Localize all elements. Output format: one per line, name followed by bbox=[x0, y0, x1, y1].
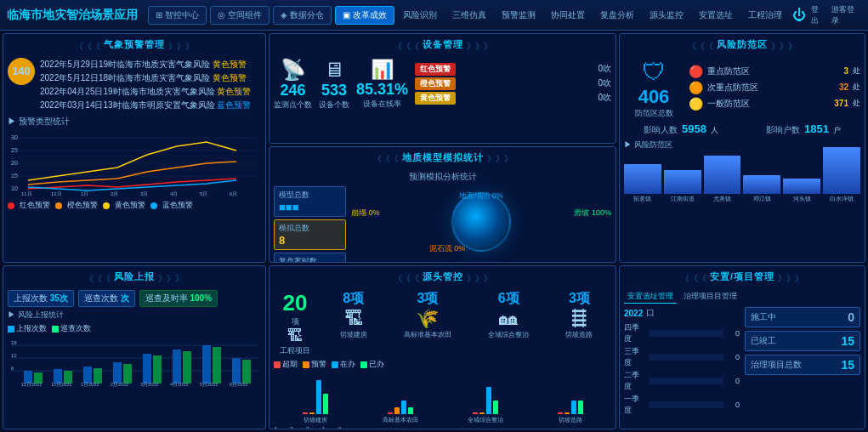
bar-0-2 bbox=[316, 380, 321, 414]
nav-tab-xietong[interactable]: 协同处置 bbox=[546, 8, 590, 23]
settle-cards: 施工中 0 已竣工 15 治理项目总数 15 bbox=[745, 307, 860, 416]
nav-tab-gongcheng[interactable]: 工程治理 bbox=[743, 8, 787, 23]
report-chart: 18 12 6 11月2021 12月2021 1月2022 2月2022 3月… bbox=[8, 337, 261, 388]
svg-rect-26 bbox=[202, 345, 211, 384]
source-control-title: 源头管控 bbox=[423, 270, 463, 283]
source-items: 8项 🏗 切坡建房 3项 🌾 高标准基本农田 6项 🏘 全域综合整治 3项 🛤 bbox=[321, 290, 611, 339]
svg-text:1月2022: 1月2022 bbox=[81, 382, 99, 387]
risk-bar-1 bbox=[624, 164, 661, 194]
svg-rect-35 bbox=[242, 360, 251, 384]
login-label[interactable]: 游客登录 bbox=[831, 4, 861, 26]
legend-patrol: 巡查次数 bbox=[52, 323, 91, 334]
source-item-2: 6项 🏘 全域综合整治 bbox=[488, 290, 529, 339]
geo-model-title: 地质模型模拟统计 bbox=[402, 151, 484, 164]
quarter-4: 四季度 0 bbox=[624, 322, 740, 344]
risk-bar-col-6: 白水洋镇 bbox=[823, 147, 860, 203]
src-bars-3 bbox=[558, 401, 583, 414]
nav-tab-yujing[interactable]: 预警监测 bbox=[496, 8, 541, 23]
equipment-stats: 📡 246 监测点个数 🖥 533 设备个数 📊 85.31% 设备在线率 红色 bbox=[274, 58, 611, 111]
src-group-3: 切坡造路 bbox=[529, 401, 611, 424]
risk-total: 406 bbox=[624, 86, 684, 108]
svg-rect-34 bbox=[213, 347, 221, 384]
weather-chart: 30 25 20 15 10 11月 12月 1月 2月 3月 4月 bbox=[8, 129, 261, 197]
equipment-panel: 《《《 设备管理 》》》 📡 246 监测点个数 🖥 533 设备个数 📊 85… bbox=[269, 33, 616, 144]
device-icon: 🖥 bbox=[319, 58, 349, 82]
nav-tab-anzhi[interactable]: 安置选址 bbox=[694, 8, 738, 23]
top-nav: 临海市地灾智治场景应用 ⊞ 智控中心 ◎ 空间组件 ◈ 数据分仓 ▣ 改革成效 … bbox=[0, 0, 868, 31]
svg-text:3月: 3月 bbox=[140, 191, 148, 196]
svg-text:3月2022: 3月2022 bbox=[140, 382, 158, 387]
bar-2-0 bbox=[473, 412, 478, 414]
monitor-label: 监测点个数 bbox=[274, 99, 312, 111]
nav-btn-zhihui[interactable]: ⊞ 智控中心 bbox=[148, 6, 207, 25]
equip-stat-rate: 📊 85.31% 设备在线率 bbox=[356, 59, 408, 110]
svg-rect-33 bbox=[183, 351, 191, 384]
alert-4: 2022年03月14日13时临海市明原安置气象风险 蓝色预警 bbox=[40, 99, 261, 112]
weather-alerts: 140 2022年5月29日19时临海市地质灾害气象风险 黄色预警 2022年5… bbox=[8, 58, 261, 112]
risk-bar-col-3: 尤美镇 bbox=[704, 156, 741, 203]
svg-text:4月: 4月 bbox=[170, 191, 178, 196]
alert-tag-red: 红色预警 bbox=[415, 63, 456, 76]
source-top: 20 项 🏗 工程项目 8项 🏗 切坡建房 3项 🌾 高标准基本农田 6项 bbox=[274, 290, 611, 356]
nav-btn-kongjian[interactable]: ◎ 空间组件 bbox=[210, 6, 269, 25]
risk-zone-summary: 🛡 406 防范区总数 🔴 重点防范区 3 处 🟠 次重点防范区 32 处 bbox=[624, 58, 860, 119]
settle-tab-location[interactable]: 安置选址管理 bbox=[624, 290, 677, 304]
geo-label-nishiliu: 泥石流 0% bbox=[429, 243, 466, 254]
svg-text:6月: 6月 bbox=[230, 191, 237, 196]
geo-label-bengta: 崩塌 0% bbox=[351, 207, 380, 219]
risk-row-2: 🟠 次重点防范区 32 处 bbox=[689, 81, 860, 94]
impact-people: 影响人数 5958 人 bbox=[624, 122, 738, 136]
nav-tab-fengxian[interactable]: 风险识别 bbox=[398, 8, 442, 23]
src-bars-1 bbox=[388, 401, 413, 414]
equipment-title: 设备管理 bbox=[423, 38, 463, 51]
src-group-1: 高标基本农田 bbox=[359, 401, 441, 424]
nav-tab-fupan[interactable]: 复盘分析 bbox=[595, 8, 639, 23]
kongjian-icon: ◎ bbox=[218, 10, 225, 20]
svg-text:5月2022: 5月2022 bbox=[200, 382, 218, 387]
legend-warning: 预警 bbox=[303, 359, 326, 370]
source-item-1-num: 3项 bbox=[404, 290, 451, 308]
settle-tab-project[interactable]: 治理项目目管理 bbox=[680, 290, 740, 304]
device-num: 533 bbox=[319, 82, 349, 99]
source-total-num: 20 bbox=[274, 290, 316, 316]
power-icon[interactable]: ⏻ bbox=[792, 8, 806, 23]
svg-rect-27 bbox=[232, 358, 241, 384]
report-subtitle: ▶ 风险上报统计 bbox=[8, 310, 261, 321]
svg-text:30: 30 bbox=[11, 134, 18, 140]
svg-text:1月: 1月 bbox=[81, 191, 88, 196]
legend-inprogress: 在办 bbox=[332, 359, 355, 370]
weather-subtitle: ▶ 预警类型统计 bbox=[8, 116, 261, 128]
alert-3: 2022年04月25日19时临海市地质灾害气象风险 黄色预警 bbox=[40, 85, 261, 99]
bar-1-3 bbox=[408, 407, 413, 414]
nav-tab-yuantou[interactable]: 源头监控 bbox=[644, 8, 689, 23]
nav-btn-shuju[interactable]: ◈ 数据分仓 bbox=[273, 6, 332, 25]
svg-text:15: 15 bbox=[11, 173, 18, 179]
risk-bar-col-2: 江南街道 bbox=[664, 170, 701, 203]
source-item-2-num: 6项 bbox=[488, 290, 529, 308]
main-grid: 《《《 气象预警管理 》》》 140 2022年5月29日19时临海市地质灾害气… bbox=[0, 31, 868, 432]
nav-btn-gaige[interactable]: ▣ 改革成效 bbox=[335, 6, 394, 25]
source-item-3-num: 3项 bbox=[565, 290, 593, 308]
settle-card-total: 治理项目总数 15 bbox=[745, 355, 860, 375]
settle-quarter-list: 四季度 0 三季度 0 二季度 bbox=[624, 322, 740, 416]
monitor-icon: 📡 bbox=[274, 58, 312, 82]
svg-text:5月: 5月 bbox=[200, 191, 207, 196]
svg-text:12: 12 bbox=[11, 353, 17, 358]
svg-rect-25 bbox=[173, 350, 181, 384]
geo-stat-review: 复盘案时数 ■■■ bbox=[274, 253, 346, 263]
source-total-label: 工程项目 bbox=[274, 345, 316, 356]
source-item-3: 3项 🛤 切坡造路 bbox=[565, 290, 593, 339]
quarter-1: 一季度 0 bbox=[624, 394, 740, 416]
svg-text:12月2021: 12月2021 bbox=[51, 382, 71, 387]
nav-tab-sanwei[interactable]: 三维仿真 bbox=[447, 8, 491, 23]
bar-2-2 bbox=[486, 387, 491, 414]
impact-households: 影响户数 1851 户 bbox=[746, 122, 860, 136]
logout-label[interactable]: 登出 bbox=[811, 4, 826, 26]
geo-model-panel: 《《《 地质模型模拟统计 》》》 预测模拟分析统计 模型总数 ■■■ 模拟总数 … bbox=[269, 146, 616, 263]
settle-card-inprogress: 施工中 0 bbox=[745, 307, 860, 327]
settle-year-row: 2022 口 bbox=[624, 307, 740, 319]
svg-text:2月2022: 2月2022 bbox=[111, 382, 128, 387]
settle-quarter-section: 2022 口 四季度 0 三季度 bbox=[624, 307, 740, 416]
legend-done: 已办 bbox=[360, 359, 384, 370]
legend-blue bbox=[150, 202, 157, 209]
